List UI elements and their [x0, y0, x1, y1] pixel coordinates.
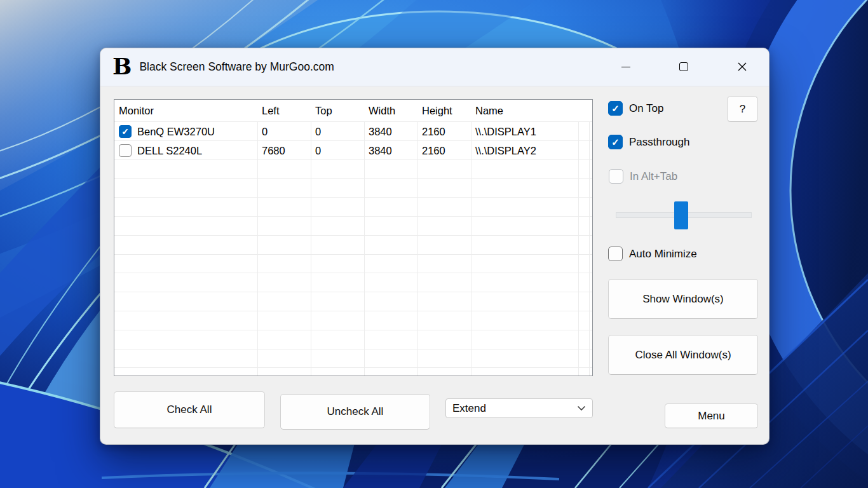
menu-button[interactable]: Menu: [665, 403, 758, 428]
on-top-label: On Top: [629, 102, 664, 115]
black-screen-app-window: B Black Screen Software by MurGoo.com Mo…: [100, 48, 770, 445]
close-all-windows-button[interactable]: Close All Window(s): [608, 335, 758, 375]
close-icon: [737, 62, 747, 72]
passthrough-checkbox[interactable]: ✓ Passthrough: [608, 135, 689, 149]
monitor-name: BenQ EW3270U: [137, 126, 215, 138]
chevron-down-icon: [577, 405, 586, 411]
uncheck-all-button[interactable]: Uncheck All: [280, 394, 430, 430]
desktop: B Black Screen Software by MurGoo.com Mo…: [0, 0, 868, 488]
check-all-button[interactable]: Check All: [114, 391, 265, 428]
checkbox-box: ✓: [609, 169, 623, 184]
cell-top: 0: [311, 145, 364, 157]
titlebar[interactable]: B Black Screen Software by MurGoo.com: [100, 48, 769, 86]
in-alt-tab-label: In Alt+Tab: [630, 170, 677, 183]
table-row[interactable]: ✓ BenQ EW3270U 0 0 3840 2160 \\.\DISPLAY…: [114, 122, 592, 141]
monitor-table[interactable]: Monitor Left Top Width Height Name ✓ Ben…: [114, 99, 593, 376]
display-mode-select[interactable]: Extend: [445, 398, 593, 418]
check-icon: ✓: [611, 104, 620, 113]
cell-height: 2160: [417, 126, 471, 138]
row-checkbox[interactable]: ✓: [119, 144, 132, 157]
in-alt-tab-checkbox: ✓ In Alt+Tab: [609, 169, 677, 184]
cell-left: 7680: [257, 145, 311, 157]
window-title: Black Screen Software by MurGoo.com: [139, 60, 334, 74]
maximize-icon: [679, 62, 688, 71]
checkbox-box[interactable]: ✓: [608, 247, 623, 261]
check-icon: ✓: [121, 127, 129, 136]
table-row[interactable]: ✓ DELL S2240L 7680 0 3840 2160 \\.\DISPL…: [114, 141, 592, 160]
header-left[interactable]: Left: [257, 105, 311, 117]
cell-left: 0: [257, 126, 311, 138]
cell-width: 3840: [364, 145, 417, 157]
close-button[interactable]: [728, 55, 757, 78]
header-name[interactable]: Name: [471, 105, 578, 117]
on-top-checkbox[interactable]: ✓ On Top: [608, 101, 664, 116]
opacity-slider-thumb[interactable]: [674, 201, 688, 229]
help-button[interactable]: ?: [727, 96, 758, 122]
check-icon: ✓: [611, 137, 620, 147]
header-monitor[interactable]: Monitor: [114, 105, 257, 117]
show-windows-button[interactable]: Show Window(s): [608, 279, 758, 319]
header-height[interactable]: Height: [417, 105, 471, 117]
cell-name: \\.\DISPLAY1: [471, 126, 592, 138]
display-mode-value: Extend: [452, 402, 486, 415]
cell-height: 2160: [417, 145, 471, 157]
passthrough-label: Passthrough: [629, 136, 689, 149]
app-icon: B: [112, 55, 132, 78]
checkbox-box[interactable]: ✓: [608, 101, 623, 116]
checkbox-box[interactable]: ✓: [608, 135, 623, 149]
cell-name: \\.\DISPLAY2: [471, 145, 592, 157]
minimize-button[interactable]: [611, 55, 641, 78]
monitor-name: DELL S2240L: [137, 145, 202, 157]
row-checkbox[interactable]: ✓: [119, 125, 132, 138]
auto-minimize-label: Auto Minimize: [629, 248, 697, 261]
maximize-button[interactable]: [669, 55, 698, 78]
header-width[interactable]: Width: [364, 105, 417, 117]
minimize-icon: [621, 67, 630, 67]
cell-top: 0: [311, 126, 364, 138]
table-header[interactable]: Monitor Left Top Width Height Name: [114, 100, 592, 121]
header-top[interactable]: Top: [311, 105, 364, 117]
cell-width: 3840: [364, 126, 417, 138]
auto-minimize-checkbox[interactable]: ✓ Auto Minimize: [608, 247, 697, 261]
